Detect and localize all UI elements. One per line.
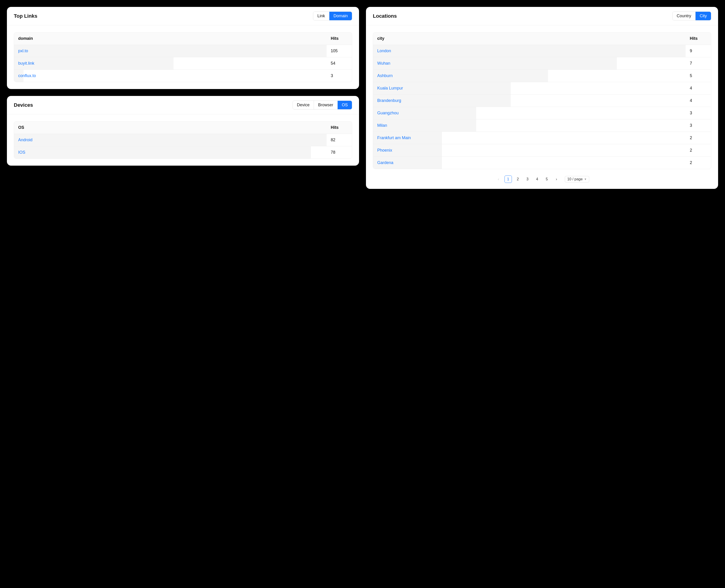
name-cell: buyit.link — [14, 57, 327, 70]
hits-cell: 78 — [327, 146, 352, 159]
table-row: Guangzhou3 — [373, 107, 711, 119]
col-city: city — [373, 33, 686, 45]
chevron-right-icon: › — [556, 177, 557, 181]
row-link[interactable]: buyit.link — [14, 57, 327, 69]
name-cell: Phoenix — [373, 144, 686, 157]
hits-cell: 2 — [686, 132, 711, 144]
table-row: IOS78 — [14, 146, 352, 159]
name-cell: Milan — [373, 119, 686, 132]
row-link[interactable]: Gardena — [373, 157, 686, 169]
col-os: OS — [14, 122, 327, 134]
locations-body: city Hits London9Wuhan7Ashburn5Kuala Lum… — [366, 25, 718, 171]
row-link[interactable]: Ashburn — [373, 70, 686, 82]
devices-header: Devices Device Browser OS — [7, 96, 359, 114]
name-cell: Frankfurt am Main — [373, 132, 686, 144]
table-row: Frankfurt am Main2 — [373, 132, 711, 144]
tab-link[interactable]: Link — [313, 12, 329, 20]
devices-table: OS Hits Android82IOS78 — [14, 121, 352, 159]
top-links-header: Top Links Link Domain — [7, 7, 359, 25]
name-cell: Gardena — [373, 157, 686, 169]
name-cell: Guangzhou — [373, 107, 686, 119]
row-link[interactable]: Guangzhou — [373, 107, 686, 119]
hits-cell: 7 — [686, 57, 711, 70]
table-row: pxl.to105 — [14, 45, 352, 57]
name-cell: Ashburn — [373, 70, 686, 82]
hits-cell: 2 — [686, 144, 711, 157]
tab-city[interactable]: City — [696, 12, 711, 20]
hits-cell: 4 — [686, 94, 711, 107]
hits-cell: 82 — [327, 134, 352, 146]
name-cell: IOS — [14, 146, 327, 159]
row-link[interactable]: Wuhan — [373, 57, 686, 69]
row-link[interactable]: Android — [14, 134, 327, 146]
table-row: conflux.to3 — [14, 70, 352, 82]
devices-tabs: Device Browser OS — [292, 101, 352, 109]
name-cell: Wuhan — [373, 57, 686, 70]
tab-os[interactable]: OS — [338, 101, 352, 109]
col-domain: domain — [14, 33, 327, 45]
tab-domain[interactable]: Domain — [329, 12, 352, 20]
row-link[interactable]: conflux.to — [14, 70, 327, 82]
row-link[interactable]: Frankfurt am Main — [373, 132, 686, 144]
locations-table: city Hits London9Wuhan7Ashburn5Kuala Lum… — [373, 32, 711, 169]
table-row: Milan3 — [373, 119, 711, 132]
devices-title: Devices — [14, 102, 33, 108]
table-row: Wuhan7 — [373, 57, 711, 70]
page-1[interactable]: 1 — [504, 175, 512, 183]
name-cell: Brandenburg — [373, 94, 686, 107]
locations-tabs: Country City — [672, 12, 711, 20]
top-links-title: Top Links — [14, 13, 37, 19]
name-cell: conflux.to — [14, 70, 327, 82]
top-links-card: Top Links Link Domain domain Hits pxl.to… — [7, 7, 359, 89]
locations-title: Locations — [373, 13, 397, 19]
locations-card: Locations Country City city Hits London9… — [366, 7, 718, 189]
page-2[interactable]: 2 — [514, 175, 521, 183]
hits-cell: 4 — [686, 82, 711, 94]
page-5[interactable]: 5 — [543, 175, 551, 183]
chevron-down-icon: ▼ — [584, 177, 587, 181]
hits-cell: 3 — [327, 70, 352, 82]
hits-cell: 3 — [686, 119, 711, 132]
name-cell: Android — [14, 134, 327, 146]
locations-pagination: ‹ 12345 › 10 / page ▼ — [366, 171, 718, 189]
col-hits: Hits — [327, 122, 352, 134]
row-link[interactable]: pxl.to — [14, 45, 327, 57]
col-hits: Hits — [327, 33, 352, 45]
devices-body: OS Hits Android82IOS78 — [7, 114, 359, 166]
page-size-label: 10 / page — [567, 177, 583, 181]
row-link[interactable]: Brandenburg — [373, 94, 686, 107]
chevron-left-icon: ‹ — [498, 177, 499, 181]
table-row: London9 — [373, 45, 711, 57]
hits-cell: 105 — [327, 45, 352, 57]
locations-header: Locations Country City — [366, 7, 718, 25]
page-4[interactable]: 4 — [534, 175, 541, 183]
row-link[interactable]: Milan — [373, 119, 686, 131]
name-cell: Kuala Lumpur — [373, 82, 686, 94]
top-links-body: domain Hits pxl.to105buyit.link54conflux… — [7, 25, 359, 89]
page-size-select[interactable]: 10 / page ▼ — [565, 176, 589, 183]
table-row: Gardena2 — [373, 157, 711, 169]
name-cell: London — [373, 45, 686, 57]
top-links-tabs: Link Domain — [313, 12, 352, 20]
row-link[interactable]: Phoenix — [373, 144, 686, 156]
table-row: Brandenburg4 — [373, 94, 711, 107]
page-next[interactable]: › — [553, 175, 560, 183]
table-row: Phoenix2 — [373, 144, 711, 157]
row-link[interactable]: Kuala Lumpur — [373, 82, 686, 94]
hits-cell: 2 — [686, 157, 711, 169]
row-link[interactable]: London — [373, 45, 686, 57]
tab-browser[interactable]: Browser — [314, 101, 338, 109]
table-row: buyit.link54 — [14, 57, 352, 70]
hits-cell: 5 — [686, 70, 711, 82]
devices-card: Devices Device Browser OS OS Hits Androi… — [7, 96, 359, 166]
page-3[interactable]: 3 — [524, 175, 531, 183]
row-link[interactable]: IOS — [14, 146, 327, 159]
table-row: Kuala Lumpur4 — [373, 82, 711, 94]
col-hits: Hits — [686, 33, 711, 45]
table-row: Android82 — [14, 134, 352, 146]
table-row: Ashburn5 — [373, 70, 711, 82]
page-prev[interactable]: ‹ — [495, 175, 502, 183]
tab-device[interactable]: Device — [293, 101, 314, 109]
tab-country[interactable]: Country — [672, 12, 696, 20]
hits-cell: 54 — [327, 57, 352, 70]
